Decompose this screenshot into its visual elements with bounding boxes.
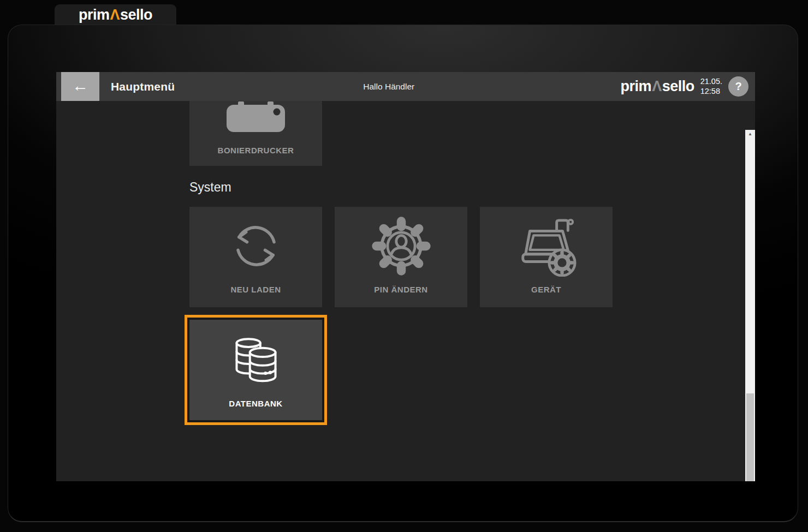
greeting-text: Hallo Händler <box>363 82 414 92</box>
main-panel: ← Hauptmenü Hallo Händler primΛsello 21.… <box>56 72 755 481</box>
tile-geraet[interactable]: GERÄT <box>480 207 613 307</box>
receipt-printer-icon <box>226 101 286 134</box>
tile-label: DATENBANK <box>229 399 282 408</box>
back-arrow-icon: ← <box>72 77 88 94</box>
selected-tile-outline: DATENBANK <box>185 315 327 425</box>
scrollbar-thumb[interactable] <box>746 393 754 481</box>
tile-pin-aendern[interactable]: PIN ÄNDERN <box>335 207 467 307</box>
brand-wordmark: primΛsello <box>79 8 152 22</box>
help-button[interactable]: ? <box>728 76 748 97</box>
tile-neu-laden[interactable]: NEU LADEN <box>189 207 322 307</box>
tile-row: NEU LADEN <box>189 207 755 307</box>
back-button[interactable]: ← <box>61 72 99 101</box>
brand-post: sello <box>120 7 152 23</box>
brand-logo: primΛsello <box>621 79 694 94</box>
tile-label: GERÄT <box>531 285 561 294</box>
page: primΛsello ← Hauptmenü Hallo Händler pri… <box>0 0 808 532</box>
tile-bonierdrucker[interactable]: BONIERDRUCKER <box>189 101 322 166</box>
scrollbar[interactable]: ▲ ▼ <box>745 130 755 481</box>
time-text: 12:58 <box>700 87 722 96</box>
menu-content: BONIERDRUCKER System NEU <box>56 101 755 481</box>
header-right-cluster: primΛsello 21.05. 12:58 ? <box>621 76 748 97</box>
brand-pre: prim <box>79 7 110 23</box>
brand-accent-triangle: Λ <box>651 78 662 94</box>
tile-label: PIN ÄNDERN <box>374 285 427 294</box>
tile-label: NEU LADEN <box>230 285 281 294</box>
scroll-up-button[interactable]: ▲ <box>745 130 755 138</box>
device-gear-icon <box>514 216 579 277</box>
tile-label: BONIERDRUCKER <box>218 146 294 155</box>
header-bar: ← Hauptmenü Hallo Händler primΛsello 21.… <box>56 72 755 101</box>
section-title: System <box>189 180 755 195</box>
database-icon <box>228 331 284 387</box>
date-text: 21.05. <box>700 77 722 86</box>
page-title: Hauptmenü <box>111 80 175 93</box>
sync-icon <box>226 216 286 276</box>
brand-tab: primΛsello <box>55 4 176 25</box>
tile-datenbank[interactable]: DATENBANK <box>189 320 322 420</box>
datetime: 21.05. 12:58 <box>700 77 722 95</box>
app-window: ← Hauptmenü Hallo Händler primΛsello 21.… <box>8 25 798 522</box>
triangle-up-icon: ▲ <box>748 131 752 136</box>
user-gear-icon <box>370 214 433 278</box>
brand-accent-triangle: Λ <box>109 7 120 23</box>
